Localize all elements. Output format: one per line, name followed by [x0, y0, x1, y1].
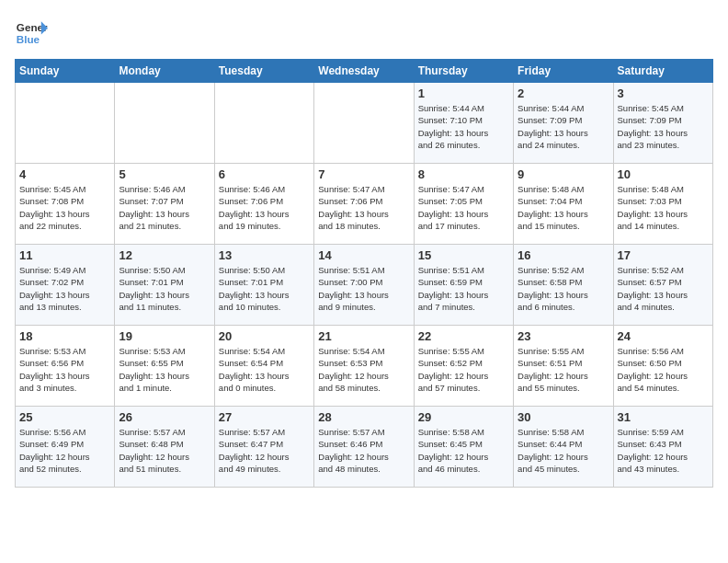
logo: General Blue [15, 15, 48, 48]
day-info: Sunrise: 5:57 AMSunset: 6:46 PMDaylight:… [318, 426, 409, 475]
day-info: Sunrise: 5:51 AMSunset: 6:59 PMDaylight:… [418, 264, 509, 313]
day-info: Sunrise: 5:57 AMSunset: 6:47 PMDaylight:… [219, 426, 310, 475]
calendar-cell: 2Sunrise: 5:44 AMSunset: 7:09 PMDaylight… [514, 83, 613, 164]
calendar-cell [16, 83, 115, 164]
day-number: 2 [518, 86, 609, 100]
calendar-cell: 7Sunrise: 5:47 AMSunset: 7:06 PMDaylight… [314, 164, 414, 245]
day-number: 23 [518, 329, 609, 343]
calendar-table: Sunday Monday Tuesday Wednesday Thursday… [15, 59, 713, 488]
header-thursday: Thursday [414, 60, 513, 83]
calendar-cell: 30Sunrise: 5:58 AMSunset: 6:44 PMDayligh… [514, 407, 613, 488]
calendar-cell: 5Sunrise: 5:46 AMSunset: 7:07 PMDaylight… [115, 164, 214, 245]
day-info: Sunrise: 5:56 AMSunset: 6:49 PMDaylight:… [19, 426, 110, 475]
day-info: Sunrise: 5:48 AMSunset: 7:04 PMDaylight:… [518, 183, 609, 232]
day-info: Sunrise: 5:50 AMSunset: 7:01 PMDaylight:… [119, 264, 210, 313]
calendar-week-row: 11Sunrise: 5:49 AMSunset: 7:02 PMDayligh… [16, 245, 713, 326]
day-info: Sunrise: 5:53 AMSunset: 6:56 PMDaylight:… [19, 345, 110, 394]
day-info: Sunrise: 5:50 AMSunset: 7:01 PMDaylight:… [219, 264, 310, 313]
day-number: 3 [618, 86, 709, 100]
calendar-cell: 9Sunrise: 5:48 AMSunset: 7:04 PMDaylight… [514, 164, 613, 245]
calendar-cell: 24Sunrise: 5:56 AMSunset: 6:50 PMDayligh… [613, 326, 712, 407]
day-info: Sunrise: 5:53 AMSunset: 6:55 PMDaylight:… [119, 345, 210, 394]
svg-text:Blue: Blue [17, 33, 40, 45]
day-info: Sunrise: 5:51 AMSunset: 7:00 PMDaylight:… [318, 264, 409, 313]
day-info: Sunrise: 5:54 AMSunset: 6:53 PMDaylight:… [318, 345, 409, 394]
calendar-cell [115, 83, 214, 164]
day-info: Sunrise: 5:54 AMSunset: 6:54 PMDaylight:… [219, 345, 310, 394]
day-number: 27 [219, 410, 310, 424]
day-info: Sunrise: 5:44 AMSunset: 7:10 PMDaylight:… [418, 102, 509, 151]
calendar-cell: 12Sunrise: 5:50 AMSunset: 7:01 PMDayligh… [115, 245, 214, 326]
header-saturday: Saturday [613, 60, 712, 83]
calendar-cell: 11Sunrise: 5:49 AMSunset: 7:02 PMDayligh… [16, 245, 115, 326]
calendar-cell: 3Sunrise: 5:45 AMSunset: 7:09 PMDaylight… [613, 83, 712, 164]
calendar-cell: 31Sunrise: 5:59 AMSunset: 6:43 PMDayligh… [613, 407, 712, 488]
calendar-cell: 10Sunrise: 5:48 AMSunset: 7:03 PMDayligh… [613, 164, 712, 245]
day-info: Sunrise: 5:58 AMSunset: 6:44 PMDaylight:… [518, 426, 609, 475]
logo-icon: General Blue [15, 15, 48, 48]
day-info: Sunrise: 5:55 AMSunset: 6:51 PMDaylight:… [518, 345, 609, 394]
day-number: 7 [318, 167, 409, 181]
page-header: General Blue [15, 15, 713, 48]
calendar-header-row: Sunday Monday Tuesday Wednesday Thursday… [16, 60, 713, 83]
calendar-cell: 21Sunrise: 5:54 AMSunset: 6:53 PMDayligh… [314, 326, 414, 407]
header-tuesday: Tuesday [214, 60, 313, 83]
day-info: Sunrise: 5:58 AMSunset: 6:45 PMDaylight:… [418, 426, 509, 475]
day-info: Sunrise: 5:56 AMSunset: 6:50 PMDaylight:… [618, 345, 709, 394]
calendar-cell: 17Sunrise: 5:52 AMSunset: 6:57 PMDayligh… [613, 245, 712, 326]
calendar-cell: 6Sunrise: 5:46 AMSunset: 7:06 PMDaylight… [214, 164, 313, 245]
calendar-cell [314, 83, 414, 164]
day-number: 10 [618, 167, 709, 181]
day-number: 18 [19, 329, 110, 343]
day-info: Sunrise: 5:55 AMSunset: 6:52 PMDaylight:… [418, 345, 509, 394]
calendar-cell: 25Sunrise: 5:56 AMSunset: 6:49 PMDayligh… [16, 407, 115, 488]
day-number: 24 [618, 329, 709, 343]
day-info: Sunrise: 5:48 AMSunset: 7:03 PMDaylight:… [618, 183, 709, 232]
calendar-body: 1Sunrise: 5:44 AMSunset: 7:10 PMDaylight… [16, 83, 713, 488]
day-number: 8 [418, 167, 509, 181]
day-number: 16 [518, 248, 609, 262]
day-number: 31 [618, 410, 709, 424]
day-number: 26 [119, 410, 210, 424]
day-number: 25 [19, 410, 110, 424]
day-info: Sunrise: 5:46 AMSunset: 7:06 PMDaylight:… [219, 183, 310, 232]
day-info: Sunrise: 5:52 AMSunset: 6:57 PMDaylight:… [618, 264, 709, 313]
calendar-cell: 13Sunrise: 5:50 AMSunset: 7:01 PMDayligh… [214, 245, 313, 326]
header-sunday: Sunday [16, 60, 115, 83]
calendar-cell: 14Sunrise: 5:51 AMSunset: 7:00 PMDayligh… [314, 245, 414, 326]
day-number: 4 [19, 167, 110, 181]
calendar-week-row: 1Sunrise: 5:44 AMSunset: 7:10 PMDaylight… [16, 83, 713, 164]
calendar-cell: 23Sunrise: 5:55 AMSunset: 6:51 PMDayligh… [514, 326, 613, 407]
calendar-cell: 22Sunrise: 5:55 AMSunset: 6:52 PMDayligh… [414, 326, 513, 407]
calendar-cell: 29Sunrise: 5:58 AMSunset: 6:45 PMDayligh… [414, 407, 513, 488]
calendar-cell: 19Sunrise: 5:53 AMSunset: 6:55 PMDayligh… [115, 326, 214, 407]
day-number: 30 [518, 410, 609, 424]
header-wednesday: Wednesday [314, 60, 414, 83]
day-number: 12 [119, 248, 210, 262]
day-number: 22 [418, 329, 509, 343]
calendar-cell: 26Sunrise: 5:57 AMSunset: 6:48 PMDayligh… [115, 407, 214, 488]
calendar-week-row: 25Sunrise: 5:56 AMSunset: 6:49 PMDayligh… [16, 407, 713, 488]
day-info: Sunrise: 5:44 AMSunset: 7:09 PMDaylight:… [518, 102, 609, 151]
day-number: 17 [618, 248, 709, 262]
header-monday: Monday [115, 60, 214, 83]
day-number: 1 [418, 86, 509, 100]
calendar-cell: 1Sunrise: 5:44 AMSunset: 7:10 PMDaylight… [414, 83, 513, 164]
day-info: Sunrise: 5:45 AMSunset: 7:08 PMDaylight:… [19, 183, 110, 232]
calendar-cell: 15Sunrise: 5:51 AMSunset: 6:59 PMDayligh… [414, 245, 513, 326]
day-number: 15 [418, 248, 509, 262]
calendar-cell: 20Sunrise: 5:54 AMSunset: 6:54 PMDayligh… [214, 326, 313, 407]
day-info: Sunrise: 5:47 AMSunset: 7:05 PMDaylight:… [418, 183, 509, 232]
calendar-cell: 18Sunrise: 5:53 AMSunset: 6:56 PMDayligh… [16, 326, 115, 407]
day-number: 20 [219, 329, 310, 343]
day-number: 11 [19, 248, 110, 262]
day-number: 14 [318, 248, 409, 262]
day-number: 5 [119, 167, 210, 181]
day-number: 29 [418, 410, 509, 424]
calendar-cell: 28Sunrise: 5:57 AMSunset: 6:46 PMDayligh… [314, 407, 414, 488]
day-number: 6 [219, 167, 310, 181]
calendar-cell: 4Sunrise: 5:45 AMSunset: 7:08 PMDaylight… [16, 164, 115, 245]
header-friday: Friday [514, 60, 613, 83]
day-number: 28 [318, 410, 409, 424]
calendar-week-row: 4Sunrise: 5:45 AMSunset: 7:08 PMDaylight… [16, 164, 713, 245]
